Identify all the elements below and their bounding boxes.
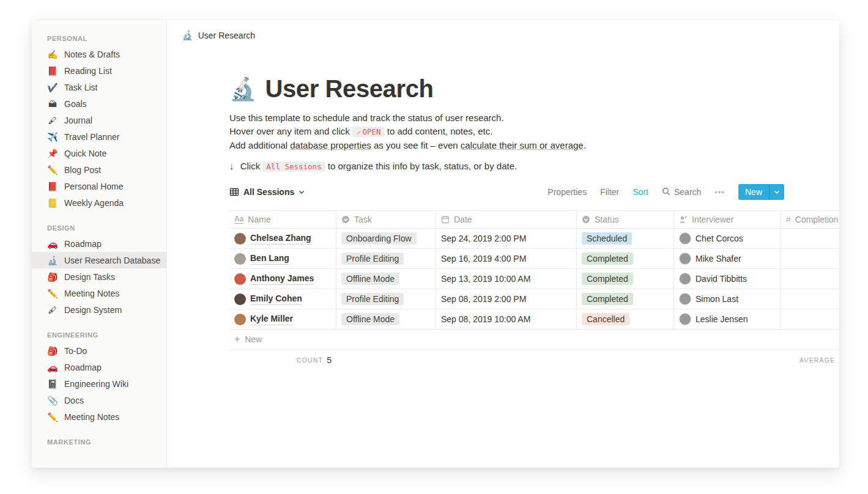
sidebar-item-roadmap-engineering[interactable]: 🚗Roadmap (32, 359, 166, 375)
database-toolbar: All Sessions Properties Filter Sort Sear… (229, 182, 784, 202)
cell-status[interactable]: Completed (577, 289, 674, 309)
database-properties-link[interactable]: database properties (290, 140, 371, 150)
select-type-icon (341, 215, 350, 224)
backpack-icon: 🎒 (47, 273, 58, 281)
sort-button[interactable]: Sort (632, 187, 648, 197)
sidebar-item-quick-note[interactable]: 📌Quick Note (32, 145, 166, 161)
writing-hand-icon: ✍️ (47, 50, 58, 59)
sidebar-item-reading-list[interactable]: 📕Reading List (32, 62, 166, 79)
cell-interviewer[interactable]: Chet Corcos (674, 229, 781, 248)
add-row-button[interactable]: + New (229, 330, 839, 350)
cell-name[interactable]: Ben Lang (229, 249, 336, 268)
notebook-icon: 📒 (47, 199, 58, 207)
sidebar-item-user-research-database[interactable]: 🔬User Research Database (32, 252, 166, 268)
calculate-sum-average-link[interactable]: calculate their sum or average (461, 140, 584, 150)
cell-task[interactable]: Onboarding Flow (336, 229, 436, 248)
table-view-icon (229, 187, 239, 197)
new-button[interactable]: New (738, 184, 769, 200)
cell-interviewer[interactable]: Simon Last (674, 289, 781, 309)
more-options-button[interactable]: ••• (714, 188, 725, 197)
cell-date[interactable]: Sep 16, 2019 4:00 PM (436, 249, 577, 268)
text-type-icon: Aa (234, 215, 243, 224)
cell-interviewer[interactable]: Mike Shafer (674, 249, 781, 268)
sidebar-item-task-list[interactable]: ✔️Task List (32, 79, 166, 95)
number-type-icon: # (786, 215, 791, 224)
avatar (234, 233, 246, 245)
avatar (679, 253, 691, 265)
cell-status[interactable]: Completed (577, 249, 674, 268)
cell-task[interactable]: Offline Mode (336, 269, 436, 289)
task-tag: Offline Mode (341, 273, 399, 285)
cell-completion[interactable] (781, 249, 839, 268)
breadcrumb[interactable]: 🔬 User Research (167, 20, 839, 41)
cell-completion[interactable] (781, 289, 839, 309)
pushpin-icon: 📌 (47, 149, 58, 158)
cell-task[interactable]: Profile Editing (336, 249, 436, 268)
cell-name[interactable]: Chelsea Zhang (229, 229, 336, 248)
sidebar-item-design-tasks[interactable]: 🎒Design Tasks (32, 268, 166, 285)
properties-button[interactable]: Properties (547, 187, 587, 197)
open-button-chip[interactable]: ↗OPEN (352, 127, 385, 137)
cell-status[interactable]: Cancelled (577, 309, 674, 329)
new-button-dropdown[interactable] (769, 184, 784, 200)
all-sessions-chip[interactable]: All Sessions (262, 161, 325, 172)
sidebar-item-meeting-notes-engineering[interactable]: ✏️Meeting Notes (32, 408, 166, 425)
sidebar-item-roadmap-design[interactable]: 🚗Roadmap (32, 235, 166, 252)
page-title[interactable]: 🔬 User Research (229, 75, 839, 103)
column-header-interviewer[interactable]: Interviewer (674, 211, 781, 228)
backpack-icon: 🎒 (47, 347, 58, 355)
sidebar-item-journal[interactable]: 🖋Journal (32, 112, 166, 128)
cell-interviewer[interactable]: Leslie Jensen (674, 309, 781, 329)
cell-date[interactable]: Sep 08, 2019 2:00 PM (436, 289, 577, 309)
cell-name[interactable]: Kyle Miller (229, 309, 336, 329)
average-calculation[interactable]: AVERAGE (799, 350, 835, 370)
avatar (234, 293, 246, 305)
column-header-task[interactable]: Task (336, 211, 436, 228)
view-switcher[interactable]: All Sessions (229, 187, 305, 197)
sidebar-item-weekly-agenda[interactable]: 📒Weekly Agenda (32, 194, 166, 211)
arrow-up-right-icon: ↗ (356, 127, 361, 136)
check-mark-icon: ✔️ (47, 83, 58, 92)
cell-status[interactable]: Scheduled (577, 229, 674, 248)
new-button-group: New (738, 184, 784, 200)
cell-completion[interactable] (781, 269, 839, 289)
count-calculation[interactable]: COUNT 5 (229, 350, 336, 370)
sidebar-item-meeting-notes-design[interactable]: ✏️Meeting Notes (32, 285, 166, 301)
cell-date[interactable]: Sep 24, 2019 2:00 PM (436, 229, 577, 248)
cell-name[interactable]: Anthony James (229, 269, 336, 289)
cell-name[interactable]: Emily Cohen (229, 289, 336, 309)
notion-window: PERSONAL ✍️Notes & Drafts 📕Reading List … (32, 20, 839, 468)
cell-status[interactable]: Completed (577, 269, 674, 289)
cell-date[interactable]: Sep 08, 2019 10:00 AM (436, 309, 577, 329)
fountain-pen-icon: 🖋 (47, 306, 58, 314)
sidebar-item-design-system[interactable]: 🖋Design System (32, 301, 166, 318)
plus-icon: + (234, 334, 240, 344)
sidebar-item-to-do[interactable]: 🎒To-Do (32, 342, 166, 359)
sidebar-section-personal: PERSONAL (32, 29, 166, 46)
sidebar-item-blog-post[interactable]: ✏️Blog Post (32, 161, 166, 178)
sidebar-item-notes-drafts[interactable]: ✍️Notes & Drafts (32, 46, 166, 62)
cell-task[interactable]: Profile Editing (336, 289, 436, 309)
microscope-icon: 🔬 (47, 256, 58, 265)
pencil-icon: ✏️ (47, 166, 58, 174)
cell-completion[interactable] (781, 229, 839, 248)
cell-task[interactable]: Offline Mode (336, 309, 436, 329)
cell-date[interactable]: Sep 13, 2019 10:00 AM (436, 269, 577, 289)
sidebar-item-personal-home[interactable]: 📕Personal Home (32, 178, 166, 194)
search-button[interactable]: Search (662, 187, 701, 197)
cell-completion[interactable] (781, 309, 839, 329)
column-header-completion[interactable]: #Completion (781, 211, 839, 228)
cell-interviewer[interactable]: David Tibbitts (674, 269, 781, 289)
status-badge: Completed (582, 253, 633, 265)
column-header-date[interactable]: Date (436, 211, 577, 228)
sidebar-item-travel-planner[interactable]: ✈️Travel Planner (32, 128, 166, 145)
sidebar-item-docs[interactable]: 📎Docs (32, 392, 166, 408)
sidebar-item-engineering-wiki[interactable]: 📓Engineering Wiki (32, 375, 166, 392)
column-header-status[interactable]: Status (577, 211, 674, 228)
sidebar-item-goals[interactable]: 🏔Goals (32, 95, 166, 112)
pencil-icon: ✏️ (47, 413, 58, 421)
filter-button[interactable]: Filter (600, 187, 619, 197)
callout-line: ↓ Click All Sessions to organize this in… (229, 160, 839, 174)
closed-book-icon: 📕 (47, 67, 58, 75)
column-header-name[interactable]: AaName (229, 211, 336, 228)
